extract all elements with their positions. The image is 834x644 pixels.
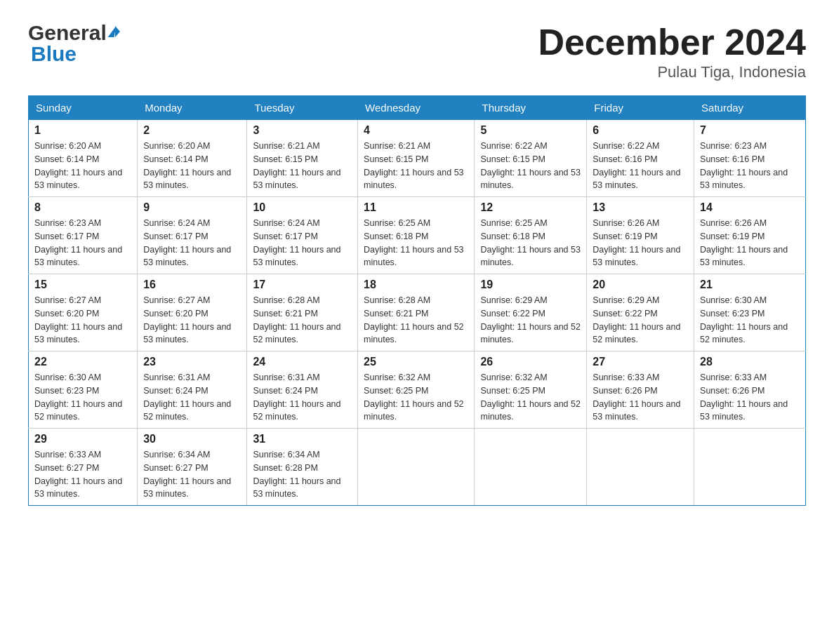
- calendar-cell: [694, 429, 806, 506]
- calendar-cell: 18 Sunrise: 6:28 AM Sunset: 6:21 PM Dayl…: [358, 274, 475, 351]
- calendar-cell: 11 Sunrise: 6:25 AM Sunset: 6:18 PM Dayl…: [358, 197, 475, 274]
- day-number: 20: [593, 279, 688, 291]
- col-monday: Monday: [138, 96, 247, 120]
- day-info: Sunrise: 6:21 AM Sunset: 6:15 PM Dayligh…: [253, 140, 352, 192]
- month-title: December 2024: [538, 21, 806, 63]
- day-number: 23: [143, 356, 241, 368]
- calendar-cell: 25 Sunrise: 6:32 AM Sunset: 6:25 PM Dayl…: [358, 351, 475, 429]
- calendar-cell: 3 Sunrise: 6:21 AM Sunset: 6:15 PM Dayli…: [247, 120, 358, 197]
- day-number: 30: [143, 433, 241, 445]
- day-info: Sunrise: 6:23 AM Sunset: 6:16 PM Dayligh…: [700, 140, 800, 192]
- day-number: 16: [143, 279, 241, 291]
- calendar-cell: 31 Sunrise: 6:34 AM Sunset: 6:28 PM Dayl…: [247, 429, 358, 506]
- day-number: 11: [364, 201, 468, 214]
- calendar-cell: 13 Sunrise: 6:26 AM Sunset: 6:19 PM Dayl…: [587, 197, 694, 274]
- calendar-cell: 26 Sunrise: 6:32 AM Sunset: 6:25 PM Dayl…: [475, 351, 587, 429]
- title-section: December 2024 Pulau Tiga, Indonesia: [538, 21, 806, 81]
- page-header: General Blue December 2024 Pulau Tiga, I…: [28, 21, 806, 81]
- day-number: 22: [34, 356, 131, 368]
- day-number: 10: [253, 201, 352, 214]
- day-info: Sunrise: 6:22 AM Sunset: 6:16 PM Dayligh…: [593, 140, 688, 192]
- calendar-cell: 21 Sunrise: 6:30 AM Sunset: 6:23 PM Dayl…: [694, 274, 806, 351]
- day-info: Sunrise: 6:26 AM Sunset: 6:19 PM Dayligh…: [700, 217, 800, 269]
- calendar-cell: 17 Sunrise: 6:28 AM Sunset: 6:21 PM Dayl…: [247, 274, 358, 351]
- calendar-week-5: 29 Sunrise: 6:33 AM Sunset: 6:27 PM Dayl…: [29, 429, 806, 506]
- calendar-table: Sunday Monday Tuesday Wednesday Thursday…: [28, 95, 806, 506]
- logo: General Blue: [28, 21, 120, 66]
- day-info: Sunrise: 6:31 AM Sunset: 6:24 PM Dayligh…: [253, 371, 352, 424]
- day-number: 28: [700, 356, 800, 368]
- day-info: Sunrise: 6:20 AM Sunset: 6:14 PM Dayligh…: [34, 140, 131, 192]
- day-info: Sunrise: 6:20 AM Sunset: 6:14 PM Dayligh…: [143, 140, 241, 192]
- day-number: 9: [143, 201, 241, 214]
- calendar-header-row: Sunday Monday Tuesday Wednesday Thursday…: [29, 96, 806, 120]
- logo-general: General: [28, 21, 107, 45]
- day-info: Sunrise: 6:33 AM Sunset: 6:26 PM Dayligh…: [593, 371, 688, 424]
- day-number: 27: [593, 356, 688, 368]
- calendar-cell: 1 Sunrise: 6:20 AM Sunset: 6:14 PM Dayli…: [29, 120, 138, 197]
- calendar-cell: 15 Sunrise: 6:27 AM Sunset: 6:20 PM Dayl…: [29, 274, 138, 351]
- day-number: 26: [480, 356, 581, 368]
- calendar-cell: 24 Sunrise: 6:31 AM Sunset: 6:24 PM Dayl…: [247, 351, 358, 429]
- day-number: 4: [364, 124, 468, 137]
- day-number: 3: [253, 124, 352, 137]
- day-number: 18: [364, 279, 468, 291]
- day-number: 13: [593, 201, 688, 214]
- day-info: Sunrise: 6:34 AM Sunset: 6:27 PM Dayligh…: [143, 448, 241, 501]
- day-number: 1: [34, 124, 131, 137]
- day-info: Sunrise: 6:31 AM Sunset: 6:24 PM Dayligh…: [143, 371, 241, 424]
- calendar-cell: 12 Sunrise: 6:25 AM Sunset: 6:18 PM Dayl…: [475, 197, 587, 274]
- day-number: 2: [143, 124, 241, 137]
- day-number: 15: [34, 279, 131, 291]
- calendar-cell: 7 Sunrise: 6:23 AM Sunset: 6:16 PM Dayli…: [694, 120, 806, 197]
- col-tuesday: Tuesday: [247, 96, 358, 120]
- calendar-cell: 5 Sunrise: 6:22 AM Sunset: 6:15 PM Dayli…: [475, 120, 587, 197]
- day-info: Sunrise: 6:23 AM Sunset: 6:17 PM Dayligh…: [34, 217, 131, 269]
- calendar-cell: 4 Sunrise: 6:21 AM Sunset: 6:15 PM Dayli…: [358, 120, 475, 197]
- calendar-cell: 2 Sunrise: 6:20 AM Sunset: 6:14 PM Dayli…: [138, 120, 247, 197]
- calendar-cell: 9 Sunrise: 6:24 AM Sunset: 6:17 PM Dayli…: [138, 197, 247, 274]
- calendar-cell: 6 Sunrise: 6:22 AM Sunset: 6:16 PM Dayli…: [587, 120, 694, 197]
- day-info: Sunrise: 6:33 AM Sunset: 6:27 PM Dayligh…: [34, 448, 131, 501]
- calendar-cell: 23 Sunrise: 6:31 AM Sunset: 6:24 PM Dayl…: [138, 351, 247, 429]
- calendar-cell: 14 Sunrise: 6:26 AM Sunset: 6:19 PM Dayl…: [694, 197, 806, 274]
- logo-blue: Blue: [31, 42, 77, 65]
- col-friday: Friday: [587, 96, 694, 120]
- calendar-week-1: 1 Sunrise: 6:20 AM Sunset: 6:14 PM Dayli…: [29, 120, 806, 197]
- calendar-cell: [475, 429, 587, 506]
- day-info: Sunrise: 6:26 AM Sunset: 6:19 PM Dayligh…: [593, 217, 688, 269]
- day-info: Sunrise: 6:28 AM Sunset: 6:21 PM Dayligh…: [364, 294, 468, 347]
- day-number: 8: [34, 201, 131, 214]
- day-info: Sunrise: 6:28 AM Sunset: 6:21 PM Dayligh…: [253, 294, 352, 347]
- calendar-cell: 28 Sunrise: 6:33 AM Sunset: 6:26 PM Dayl…: [694, 351, 806, 429]
- day-number: 24: [253, 356, 352, 368]
- day-number: 5: [480, 124, 581, 137]
- calendar-week-2: 8 Sunrise: 6:23 AM Sunset: 6:17 PM Dayli…: [29, 197, 806, 274]
- day-number: 6: [593, 124, 688, 137]
- location-title: Pulau Tiga, Indonesia: [538, 63, 806, 81]
- day-info: Sunrise: 6:34 AM Sunset: 6:28 PM Dayligh…: [253, 448, 352, 501]
- col-thursday: Thursday: [475, 96, 587, 120]
- calendar-cell: 22 Sunrise: 6:30 AM Sunset: 6:23 PM Dayl…: [29, 351, 138, 429]
- day-info: Sunrise: 6:22 AM Sunset: 6:15 PM Dayligh…: [480, 140, 581, 192]
- calendar-cell: 30 Sunrise: 6:34 AM Sunset: 6:27 PM Dayl…: [138, 429, 247, 506]
- calendar-cell: 29 Sunrise: 6:33 AM Sunset: 6:27 PM Dayl…: [29, 429, 138, 506]
- calendar-cell: 10 Sunrise: 6:24 AM Sunset: 6:17 PM Dayl…: [247, 197, 358, 274]
- day-number: 17: [253, 279, 352, 291]
- day-number: 14: [700, 201, 800, 214]
- calendar-cell: [587, 429, 694, 506]
- calendar-cell: 27 Sunrise: 6:33 AM Sunset: 6:26 PM Dayl…: [587, 351, 694, 429]
- calendar-cell: [358, 429, 475, 506]
- day-number: 25: [364, 356, 468, 368]
- day-info: Sunrise: 6:29 AM Sunset: 6:22 PM Dayligh…: [593, 294, 688, 347]
- calendar-week-4: 22 Sunrise: 6:30 AM Sunset: 6:23 PM Dayl…: [29, 351, 806, 429]
- day-number: 29: [34, 433, 131, 445]
- day-info: Sunrise: 6:30 AM Sunset: 6:23 PM Dayligh…: [700, 294, 800, 347]
- calendar-cell: 8 Sunrise: 6:23 AM Sunset: 6:17 PM Dayli…: [29, 197, 138, 274]
- col-saturday: Saturday: [694, 96, 806, 120]
- day-number: 7: [700, 124, 800, 137]
- day-info: Sunrise: 6:29 AM Sunset: 6:22 PM Dayligh…: [480, 294, 581, 347]
- day-info: Sunrise: 6:27 AM Sunset: 6:20 PM Dayligh…: [143, 294, 241, 347]
- day-info: Sunrise: 6:24 AM Sunset: 6:17 PM Dayligh…: [253, 217, 352, 269]
- day-info: Sunrise: 6:33 AM Sunset: 6:26 PM Dayligh…: [700, 371, 800, 424]
